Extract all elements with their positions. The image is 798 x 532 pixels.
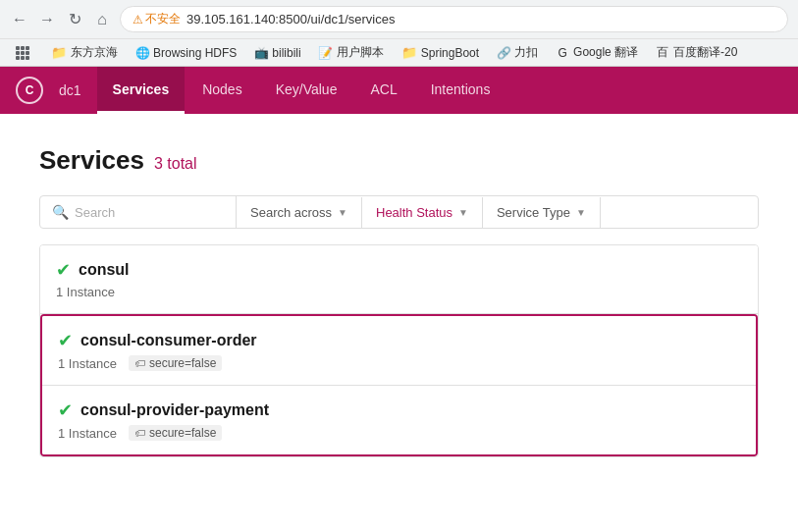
main-nav: Services Nodes Key/Value ACL Intentions bbox=[97, 67, 506, 114]
service-name-2: consul-consumer-order bbox=[80, 332, 257, 349]
search-input[interactable] bbox=[75, 205, 224, 220]
url-display: 39.105.161.140:8500/ui/dc1/services bbox=[186, 12, 396, 27]
service-item-consul-consumer-order[interactable]: ✔ consul-consumer-order 1 Instance 🏷 sec… bbox=[42, 316, 756, 386]
instance-count: 1 Instance bbox=[56, 285, 115, 299]
bookmark-springboot[interactable]: 📁 SpringBoot bbox=[396, 43, 485, 62]
status-icon-ok: ✔ bbox=[56, 259, 71, 281]
service-meta: 1 Instance bbox=[56, 285, 742, 299]
address-bar[interactable]: ⚠ 不安全 39.105.161.140:8500/ui/dc1/service… bbox=[120, 6, 788, 32]
bookmark-lifk[interactable]: 🔗 力扣 bbox=[491, 42, 544, 63]
search-section: 🔍 bbox=[40, 196, 237, 228]
filter-bar: 🔍 Search across ▼ Health Status ▼ Servic… bbox=[39, 195, 759, 229]
security-warning: ⚠ 不安全 bbox=[133, 11, 181, 27]
search-across-label: Search across bbox=[250, 205, 332, 220]
bookmarks-bar: 📁 东方京海 🌐 Browsing HDFS 📺 bilibili 📝 用户脚本… bbox=[0, 38, 798, 66]
browser-chrome: ← → ↻ ⌂ ⚠ 不安全 39.105.161.140:8500/ui/dc1… bbox=[0, 0, 798, 67]
service-type-chevron: ▼ bbox=[576, 207, 586, 218]
page-title-row: Services 3 total bbox=[39, 145, 759, 176]
service-list: ✔ consul 1 Instance ✔ consul-consumer-or… bbox=[39, 244, 759, 457]
forward-button[interactable]: → bbox=[37, 10, 57, 29]
bookmark-browsing-hdfs[interactable]: 🌐 Browsing HDFS bbox=[130, 44, 242, 62]
page-title: Services bbox=[39, 145, 144, 176]
search-icon: 🔍 bbox=[52, 204, 69, 220]
reload-button[interactable]: ↻ bbox=[65, 10, 84, 29]
nav-key-value[interactable]: Key/Value bbox=[260, 67, 353, 114]
service-name-3: consul-provider-payment bbox=[80, 401, 269, 419]
service-name-row: ✔ consul bbox=[56, 259, 742, 281]
back-button[interactable]: ← bbox=[10, 10, 29, 29]
service-name-row-3: ✔ consul-provider-payment bbox=[58, 399, 740, 421]
bookmark-google-translate[interactable]: G Google 翻译 bbox=[550, 42, 644, 63]
bookmark-user-scripts[interactable]: 📝 用户脚本 bbox=[313, 42, 390, 63]
service-item-consul-provider-payment[interactable]: ✔ consul-provider-payment 1 Instance 🏷 s… bbox=[42, 386, 756, 454]
search-across-chevron: ▼ bbox=[338, 207, 347, 218]
tag-badge-2: 🏷 secure=false bbox=[129, 425, 222, 441]
service-name-row-2: ✔ consul-consumer-order bbox=[58, 330, 740, 351]
instance-count-3: 1 Instance bbox=[58, 426, 117, 441]
service-meta-3: 1 Instance 🏷 secure=false bbox=[58, 425, 740, 441]
service-type-label: Service Type bbox=[497, 205, 570, 220]
nav-nodes[interactable]: Nodes bbox=[186, 67, 257, 114]
bookmark-bilibili[interactable]: 📺 bilibili bbox=[248, 44, 306, 62]
service-meta-2: 1 Instance 🏷 secure=false bbox=[58, 355, 740, 371]
consul-logo: C bbox=[16, 77, 43, 104]
instance-count-2: 1 Instance bbox=[58, 356, 117, 371]
status-icon-ok-2: ✔ bbox=[58, 330, 73, 351]
nav-services[interactable]: Services bbox=[97, 67, 186, 114]
bookmark-dongjinghai[interactable]: 📁 东方京海 bbox=[45, 42, 124, 63]
health-status-dropdown[interactable]: Health Status ▼ bbox=[362, 197, 483, 228]
search-across-dropdown[interactable]: Search across ▼ bbox=[237, 197, 362, 228]
app-header: C dc1 Services Nodes Key/Value ACL Inten… bbox=[0, 67, 798, 114]
service-item-consul[interactable]: ✔ consul 1 Instance bbox=[40, 245, 758, 314]
health-status-chevron: ▼ bbox=[458, 207, 468, 218]
browser-nav: ← → ↻ ⌂ ⚠ 不安全 39.105.161.140:8500/ui/dc1… bbox=[0, 0, 798, 38]
selected-service-group: ✔ consul-consumer-order 1 Instance 🏷 sec… bbox=[40, 314, 758, 456]
tag-icon-1: 🏷 bbox=[134, 357, 145, 369]
service-type-dropdown[interactable]: Service Type ▼ bbox=[483, 197, 601, 228]
status-icon-ok-3: ✔ bbox=[58, 399, 73, 421]
nav-intentions[interactable]: Intentions bbox=[415, 67, 506, 114]
tag-icon-2: 🏷 bbox=[134, 427, 145, 439]
dc-selector[interactable]: dc1 bbox=[59, 82, 81, 98]
service-name: consul bbox=[79, 261, 130, 279]
apps-bookmark[interactable] bbox=[10, 44, 39, 62]
health-status-label: Health Status bbox=[376, 205, 452, 220]
total-count: 3 total bbox=[154, 155, 197, 173]
main-content: Services 3 total 🔍 Search across ▼ Healt… bbox=[0, 114, 798, 489]
nav-acl[interactable]: ACL bbox=[354, 67, 412, 114]
home-button[interactable]: ⌂ bbox=[92, 10, 112, 29]
bookmark-baidu-translate[interactable]: 百 百度翻译-20 bbox=[650, 42, 743, 63]
tag-badge-1: 🏷 secure=false bbox=[129, 355, 222, 371]
